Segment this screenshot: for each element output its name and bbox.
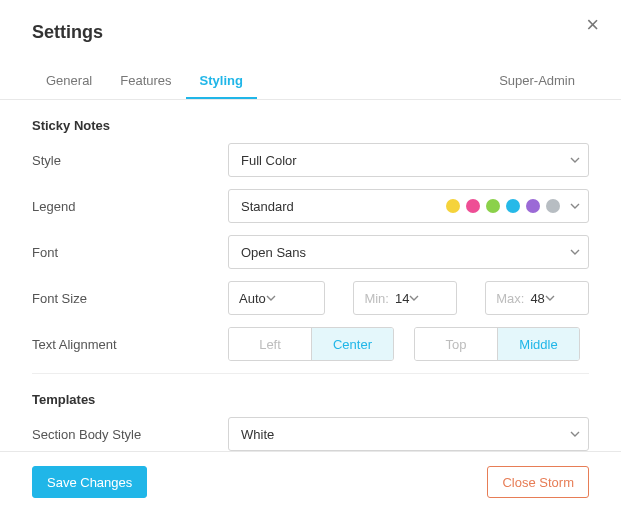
button-label: Close Storm xyxy=(502,475,574,490)
opt-label: Middle xyxy=(519,337,557,352)
tab-label: Features xyxy=(120,73,171,88)
row-section-body-style: Section Body Style White xyxy=(32,417,589,451)
chevron-down-icon xyxy=(570,155,580,165)
chevron-down-icon xyxy=(545,293,555,303)
select-font-size-max[interactable]: Max: 48 xyxy=(485,281,589,315)
modal-footer: Save Changes Close Storm xyxy=(0,451,621,512)
select-font[interactable]: Open Sans xyxy=(228,235,589,269)
segmented-horizontal-align: Left Center xyxy=(228,327,394,361)
tab-label: General xyxy=(46,73,92,88)
select-value: Auto xyxy=(239,291,266,306)
select-value: Full Color xyxy=(241,153,297,168)
mini-label-min: Min: xyxy=(364,291,389,306)
row-legend: Legend Standard xyxy=(32,189,589,223)
tab-label: Styling xyxy=(200,73,243,88)
chevron-down-icon xyxy=(570,201,580,211)
settings-tabs: General Features Styling Super-Admin xyxy=(0,63,621,100)
row-font-size: Font Size Auto Min: 14 Max: 48 xyxy=(32,281,589,315)
tab-styling[interactable]: Styling xyxy=(186,63,257,99)
select-value: Open Sans xyxy=(241,245,306,260)
section-sticky-notes: Sticky Notes xyxy=(32,118,589,133)
label-style: Style xyxy=(32,153,228,168)
select-value: 14 xyxy=(395,291,409,306)
legend-color-5 xyxy=(526,199,540,213)
settings-modal: Settings × General Features Styling Supe… xyxy=(0,0,621,512)
opt-label: Left xyxy=(259,337,281,352)
row-style: Style Full Color xyxy=(32,143,589,177)
legend-color-4 xyxy=(506,199,520,213)
legend-color-3 xyxy=(486,199,500,213)
tab-super-admin[interactable]: Super-Admin xyxy=(485,63,589,99)
label-text-alignment: Text Alignment xyxy=(32,337,228,352)
label-section-body-style: Section Body Style xyxy=(32,427,228,442)
select-style[interactable]: Full Color xyxy=(228,143,589,177)
opt-label: Center xyxy=(333,337,372,352)
chevron-down-icon xyxy=(266,293,276,303)
select-font-size-auto[interactable]: Auto xyxy=(228,281,325,315)
legend-color-6 xyxy=(546,199,560,213)
select-value: White xyxy=(241,427,274,442)
legend-color-2 xyxy=(466,199,480,213)
label-font-size: Font Size xyxy=(32,291,228,306)
close-storm-button[interactable]: Close Storm xyxy=(487,466,589,498)
align-left-option[interactable]: Left xyxy=(229,328,311,360)
row-text-alignment: Text Alignment Left Center Top Middle xyxy=(32,327,589,361)
select-font-size-min[interactable]: Min: 14 xyxy=(353,281,457,315)
opt-label: Top xyxy=(446,337,467,352)
save-changes-button[interactable]: Save Changes xyxy=(32,466,147,498)
button-label: Save Changes xyxy=(47,475,132,490)
tab-features[interactable]: Features xyxy=(106,63,185,99)
chevron-down-icon xyxy=(570,247,580,257)
select-section-body-style[interactable]: White xyxy=(228,417,589,451)
legend-color-1 xyxy=(446,199,460,213)
close-icon[interactable]: × xyxy=(586,14,599,36)
mini-label-max: Max: xyxy=(496,291,524,306)
select-legend[interactable]: Standard xyxy=(228,189,589,223)
align-middle-option[interactable]: Middle xyxy=(497,328,579,360)
page-title: Settings xyxy=(32,22,103,42)
tab-label: Super-Admin xyxy=(499,73,575,88)
align-top-option[interactable]: Top xyxy=(415,328,497,360)
label-font: Font xyxy=(32,245,228,260)
align-center-option[interactable]: Center xyxy=(311,328,393,360)
select-value: 48 xyxy=(530,291,544,306)
section-templates: Templates xyxy=(32,392,589,407)
modal-body: Sticky Notes Style Full Color Legend Sta… xyxy=(0,100,621,451)
section-divider xyxy=(32,373,589,374)
chevron-down-icon xyxy=(409,293,419,303)
segmented-vertical-align: Top Middle xyxy=(414,327,580,361)
row-font: Font Open Sans xyxy=(32,235,589,269)
tab-general[interactable]: General xyxy=(32,63,106,99)
select-value: Standard xyxy=(241,199,294,214)
label-legend: Legend xyxy=(32,199,228,214)
legend-color-swatches xyxy=(446,199,560,213)
modal-header: Settings xyxy=(0,0,621,43)
chevron-down-icon xyxy=(570,429,580,439)
